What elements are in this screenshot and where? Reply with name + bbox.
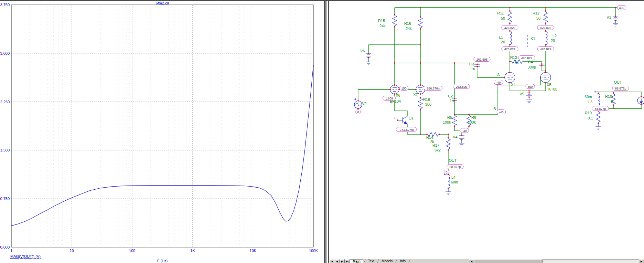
node-value-badge: 262.595 [474,57,490,62]
inductor-l1[interactable] [510,31,512,45]
ground-symbol [526,98,532,103]
svg-text:426.829: 426.829 [521,56,533,60]
node-value-badge: 0 [356,110,361,114]
ground-symbol [446,190,451,194]
prev-page-icon[interactable]: ◀ [334,259,340,263]
resistor-r16[interactable] [418,17,422,29]
resistor-r17[interactable] [446,138,450,150]
horizontal-scrollbar[interactable]: ◀ ▶ [469,259,644,263]
node-value-badges: 430426.829426.829426.829426.829426.82926… [356,6,629,175]
node-value-badge: 286.676n [424,86,442,91]
component-label: R16 [404,21,411,25]
svg-text:-742.597m: -742.597m [399,128,414,132]
source-v2[interactable] [354,101,362,108]
node-value-badge: 88.877p [612,86,629,91]
component-label: 20 [501,40,505,44]
tab-text[interactable]: Text [366,259,377,263]
node-value-badge: -742.597m [396,127,416,132]
component-label: 300 [425,102,431,106]
signal-name-link[interactable]: MAG(V(OUT)) (V) [10,254,41,259]
component-label: OUT [449,158,457,162]
emitter-arrow-icon [404,122,407,124]
window-splitter[interactable] [325,1,329,263]
scroll-right-icon[interactable]: ▶ [639,259,644,263]
node-value-badge: 430 [617,6,626,10]
svg-text:1K: 1K [190,249,195,253]
component-label: 300p [528,65,536,69]
scrollbar-thumb[interactable] [474,259,543,263]
tube-x6-ef184[interactable] [390,85,399,94]
ground-symbol [595,125,601,129]
component-label: C2 [448,94,453,98]
tab-models[interactable]: Models [379,259,395,263]
svg-text:426.829: 426.829 [504,26,516,30]
resistor-r11[interactable] [508,11,512,23]
tab-info[interactable]: Info [397,259,408,263]
component-label: X4 [511,83,515,87]
tab-main[interactable]: Main [350,259,363,263]
component-label: R17 [432,143,439,147]
resistor-r19[interactable] [596,111,600,123]
micro-cap-window: 0.0000.7501.5002.2503.0003.7501101001K10… [0,0,644,263]
scrollbar-track[interactable] [543,259,639,263]
transformer-k1-coupling[interactable] [526,35,528,47]
tab-divider [363,259,365,263]
bode-plot: 0.0000.7501.5002.2503.0003.7501101001K10… [0,1,325,263]
component-label: R12 [533,11,539,15]
component-label: X5 [547,83,551,87]
inductor-l2[interactable] [546,31,547,45]
component-label: R10 [605,94,612,98]
component-label: 100k [443,120,451,124]
svg-text:-40: -40 [499,111,503,114]
component-label: 50 [501,16,505,20]
node-value-badge: 426.829 [502,25,518,30]
inductor-l4[interactable] [448,175,450,188]
node-value-badge: 426.829 [537,25,554,30]
component-label: 60m [584,95,592,99]
component-label: R13 [510,55,517,60]
component-label: V4 [453,135,457,139]
component-label: 8 [611,99,613,104]
plot-title: 6fm2.cir [0,1,325,5]
sine-wave-icon [356,103,361,106]
component-label: L4 [451,175,455,179]
last-page-icon[interactable]: ▶| [345,259,350,263]
component-label: B [493,107,496,111]
tube-x4[interactable] [505,72,515,83]
svg-text:-40: -40 [496,81,501,84]
inductor-l3[interactable] [598,94,600,107]
resistor-r5[interactable] [452,114,457,127]
transistor-q1[interactable] [397,116,407,124]
component-label: KT88 [548,87,557,91]
svg-text:1.809: 1.809 [385,97,393,100]
current-source[interactable] [637,97,644,104]
svg-text:88.877p: 88.877p [615,87,626,90]
svg-text:150: 150 [401,87,406,90]
component-label: 8k [515,61,519,65]
resistor-r15[interactable] [393,14,397,27]
resistor-r18[interactable] [418,97,422,110]
svg-text:88.877p: 88.877p [450,165,461,169]
svg-text:10K: 10K [250,249,257,253]
svg-text:100: 100 [129,249,135,253]
svg-text:100K: 100K [309,249,318,253]
junction-dots [357,7,642,189]
component-label: OUT [614,80,622,84]
component-label: I [395,116,396,120]
node-value-badge: -40 [497,110,506,114]
scroll-left-icon[interactable]: ◀ [469,259,474,263]
tube-x5-kt88[interactable] [540,72,551,83]
component-label: + [594,90,596,94]
component-label: C4 [528,60,533,64]
next-page-icon[interactable]: ▶ [340,259,345,263]
tab-divider [377,259,379,263]
first-page-icon[interactable]: |◀ [329,259,334,263]
component-label: 0.1 [588,116,593,120]
resistor-r12[interactable] [544,11,548,23]
component-label: R19 [585,111,592,115]
node-value-badge: 1.809 [383,96,396,101]
component-label: + [354,97,356,101]
x-axis-label: F (Hz) [0,259,325,263]
component-label: R5 [447,115,452,119]
circuit-schematic: R1524kR1624kV6R1150R1250V1L120K1L220C31u… [329,1,644,259]
